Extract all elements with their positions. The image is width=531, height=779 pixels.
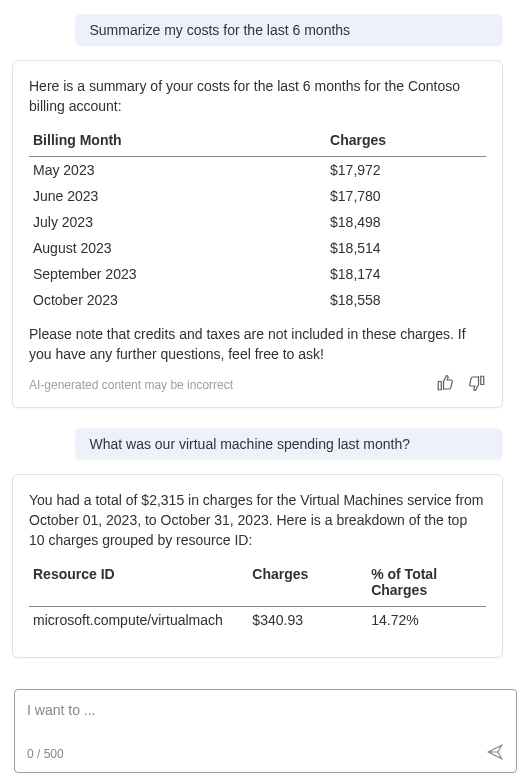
char-counter: 0 / 500 — [27, 747, 64, 761]
vm-breakdown-table: Resource ID Charges % of Total Charges m… — [29, 560, 486, 633]
send-icon[interactable] — [486, 743, 504, 764]
user-message: Summarize my costs for the last 6 months — [75, 14, 503, 46]
header-charges: Charges — [326, 126, 486, 157]
table-row: June 2023$17,780 — [29, 183, 486, 209]
header-charges: Charges — [248, 560, 367, 607]
ai-response-card: You had a total of $2,315 in charges for… — [12, 474, 503, 658]
chat-scroll-area[interactable]: Summarize my costs for the last 6 months… — [0, 0, 515, 680]
user-message: What was our virtual machine spending la… — [75, 428, 503, 460]
ai-response-card: Here is a summary of your costs for the … — [12, 60, 503, 408]
thumbs-down-icon[interactable] — [468, 374, 486, 395]
user-message-text: What was our virtual machine spending la… — [89, 436, 410, 452]
ai-intro-text: Here is a summary of your costs for the … — [29, 77, 486, 116]
ai-intro-text: You had a total of $2,315 in charges for… — [29, 491, 486, 550]
chat-input-box[interactable]: I want to ... 0 / 500 — [14, 689, 517, 773]
table-row: October 2023$18,558 — [29, 287, 486, 313]
thumbs-up-icon[interactable] — [436, 374, 454, 395]
cost-summary-table: Billing Month Charges May 2023$17,972 Ju… — [29, 126, 486, 313]
table-row: microsoft.compute/virtualmach $340.93 14… — [29, 607, 486, 634]
table-row: August 2023$18,514 — [29, 235, 486, 261]
user-message-text: Summarize my costs for the last 6 months — [89, 22, 350, 38]
ai-footnote: Please note that credits and taxes are n… — [29, 325, 486, 364]
table-row: July 2023$18,498 — [29, 209, 486, 235]
header-pct-total: % of Total Charges — [367, 560, 486, 607]
feedback-controls — [436, 374, 486, 395]
ai-disclaimer: AI-generated content may be incorrect — [29, 378, 233, 392]
input-placeholder: I want to ... — [27, 702, 504, 718]
header-billing-month: Billing Month — [29, 126, 326, 157]
header-resource-id: Resource ID — [29, 560, 248, 607]
table-row: May 2023$17,972 — [29, 157, 486, 184]
table-row: September 2023$18,174 — [29, 261, 486, 287]
